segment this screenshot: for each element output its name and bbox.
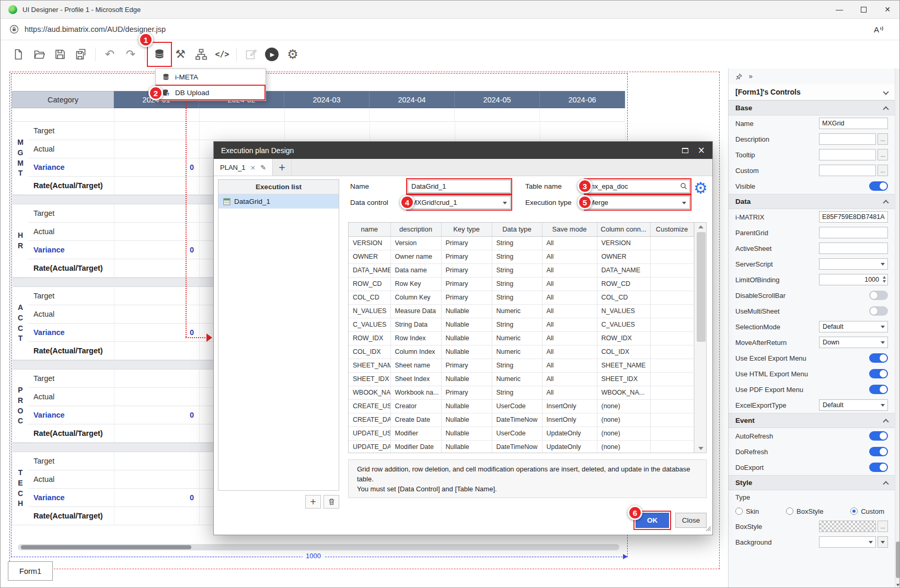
parentgrid-input[interactable] [819, 227, 888, 238]
name-input[interactable] [408, 180, 511, 193]
dialog-resize-grip[interactable] [705, 524, 711, 534]
ellipsis-button[interactable]: ... [878, 521, 888, 532]
tooltip-input[interactable] [819, 149, 876, 160]
limitofbinding-stepper[interactable]: 1000 [819, 274, 888, 285]
table-row[interactable]: N_VALUES Measure Data Nullable Numeric A… [349, 304, 694, 318]
maximize-button[interactable] [851, 1, 875, 18]
table-row[interactable]: SHEET_NAME Sheet name Primary String All… [349, 359, 694, 372]
imatrix-input[interactable] [819, 211, 888, 223]
minimize-button[interactable]: — [827, 1, 851, 18]
scrollbar-thumb[interactable] [896, 541, 900, 578]
dialog-maximize-icon[interactable] [682, 148, 688, 153]
table-row[interactable]: DATA_NAME Data name Primary String All D… [349, 263, 694, 277]
ellipsis-button[interactable]: ... [878, 165, 888, 176]
execution-type-select[interactable]: Merge [585, 196, 690, 209]
visible-toggle[interactable] [869, 181, 888, 191]
ok-button[interactable]: OK 6 [636, 513, 669, 528]
tab-plan-1[interactable]: PLAN_1 × ✎ [214, 159, 273, 176]
structure-button[interactable] [191, 44, 212, 65]
usemultisheet-toggle[interactable] [869, 306, 888, 316]
serverscript-select[interactable] [819, 258, 888, 270]
redo-button[interactable]: ↷ [120, 44, 141, 65]
autorefresh-toggle[interactable] [869, 431, 888, 441]
save-all-button[interactable] [71, 44, 91, 65]
scrollbar-thumb[interactable] [21, 545, 191, 549]
new-document-button[interactable] [8, 44, 29, 65]
column-header[interactable]: Key type [441, 223, 492, 236]
scroll-up-icon[interactable] [698, 225, 703, 228]
section-header-event[interactable]: Event [729, 413, 895, 428]
column-header[interactable]: description [390, 223, 441, 236]
tab-form1[interactable]: Form1 [8, 561, 53, 581]
table-row[interactable]: SHEET_IDX Sheet Index Nullable Numeric A… [349, 372, 694, 386]
column-header[interactable]: Customize [650, 223, 694, 236]
table-row[interactable]: UPDATE_USER Modifier Nullable UserCode U… [349, 426, 694, 440]
pin-icon[interactable] [735, 73, 742, 80]
delete-execution-button[interactable] [324, 495, 339, 509]
code-button[interactable]: </> [212, 44, 233, 65]
radio-boxstyle[interactable]: BoxStyle [786, 508, 823, 515]
dorefresh-toggle[interactable] [869, 447, 888, 456]
table-vertical-scrollbar[interactable] [694, 223, 707, 453]
column-header[interactable]: name [349, 223, 390, 236]
table-row[interactable]: CREATE_DATE Create Date Nullable DateTim… [349, 413, 694, 426]
background-dropdown-button[interactable] [878, 536, 888, 548]
disablescrollbar-toggle[interactable] [869, 291, 888, 300]
excel-export-toggle[interactable] [869, 353, 888, 363]
table-row[interactable]: UPDATE_DATE Modifier Date Nullable DateT… [349, 440, 694, 453]
tab-close-icon[interactable]: × [250, 164, 256, 171]
execution-list-item-datagrid1[interactable]: DataGrid_1 [218, 194, 339, 209]
read-aloud-icon[interactable]: A [874, 25, 885, 34]
section-header-data[interactable]: Data [729, 194, 895, 209]
spin-up-icon[interactable] [883, 276, 886, 279]
section-header-style[interactable]: Style [729, 475, 895, 490]
section-header-base[interactable]: Base [729, 100, 895, 116]
dialog-close-icon[interactable]: × [698, 146, 705, 155]
pdf-export-toggle[interactable] [869, 385, 888, 394]
save-button[interactable] [50, 44, 71, 65]
add-execution-button[interactable]: + [305, 495, 321, 509]
ellipsis-button[interactable]: ... [878, 149, 888, 160]
table-row[interactable]: COL_CD Column Key Primary String All COL… [349, 291, 694, 304]
expand-panel-icon[interactable]: » [748, 72, 753, 80]
canvas-horizontal-scrollbar[interactable] [18, 544, 619, 550]
table-row[interactable]: OWNER Owner name Primary String All OWNE… [349, 250, 694, 263]
radio-skin[interactable]: Skin [735, 508, 759, 515]
column-header[interactable]: Save mode [542, 223, 597, 236]
tools-button[interactable]: ⚒ [170, 44, 191, 65]
background-select[interactable] [819, 536, 876, 548]
table-name-input[interactable] [585, 180, 690, 193]
close-dialog-button[interactable]: Close [675, 513, 707, 528]
column-header[interactable]: Data type [492, 223, 542, 236]
tab-rename-icon[interactable]: ✎ [260, 164, 266, 171]
activesheet-input[interactable] [819, 243, 888, 254]
column-header[interactable]: Column conn... [597, 223, 650, 236]
ellipsis-button[interactable]: ... [878, 133, 888, 145]
moveafterreturn-select[interactable]: Down [819, 337, 888, 348]
description-input[interactable] [819, 133, 876, 145]
selectionmode-select[interactable]: Default [819, 321, 888, 332]
plan-settings-gear-icon[interactable]: ⚙ [694, 180, 708, 196]
radio-custom[interactable]: Custom [850, 508, 884, 515]
table-row[interactable]: VERSION Version Primary String All VERSI… [349, 236, 694, 250]
doexport-toggle[interactable] [869, 463, 888, 472]
add-plan-tab-button[interactable]: + [273, 159, 292, 176]
table-search-icon[interactable] [680, 182, 687, 192]
dialog-titlebar[interactable]: Execution plan Design × [214, 142, 712, 159]
table-row[interactable]: CREATE_USER Creator Nullable UserCode In… [349, 399, 694, 413]
excelexporttype-select[interactable]: Default [819, 399, 888, 411]
data-control-select[interactable]: MXGrid!crud_1 [408, 196, 511, 209]
site-info-icon[interactable] [9, 25, 19, 34]
table-row[interactable]: COL_IDX Column Index Nullable Numeric Al… [349, 345, 694, 359]
settings-button[interactable]: ⚙ [282, 44, 303, 65]
open-button[interactable] [29, 44, 50, 65]
table-row[interactable]: ROW_CD Row Key Primary String All ROW_CD [349, 277, 694, 291]
scroll-down-icon[interactable] [698, 447, 703, 450]
menu-item-imeta[interactable]: i-META [156, 69, 266, 85]
table-row[interactable]: WBOOK_NA... Workbook na... Primary Strin… [349, 386, 694, 399]
panel-title-row[interactable]: [Form1]'s Controls [729, 84, 895, 100]
run-button[interactable]: ▶ [261, 44, 282, 65]
html-export-toggle[interactable] [869, 369, 888, 378]
undo-button[interactable]: ↶ [99, 44, 120, 65]
menu-item-db-upload[interactable]: DB Upload 2 [156, 85, 266, 100]
